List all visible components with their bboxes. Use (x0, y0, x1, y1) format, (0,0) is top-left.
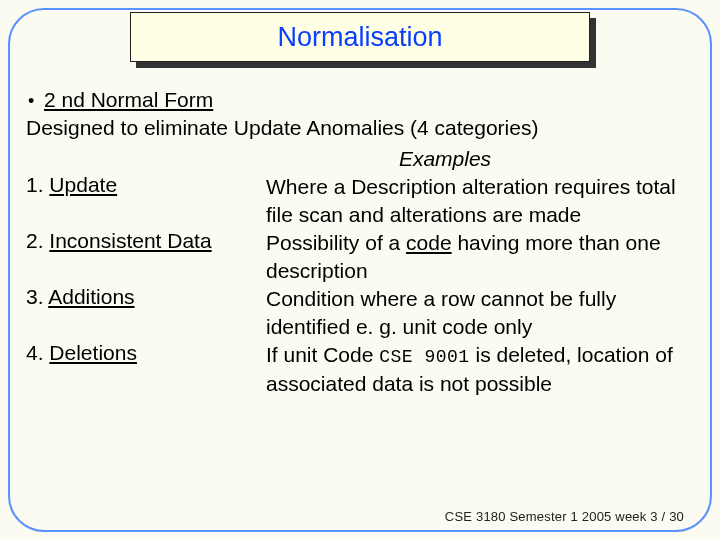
row-4-desc-pre: If unit Code (266, 343, 379, 366)
row-3-name: Additions (48, 285, 134, 308)
bullet-line: • 2 nd Normal Form (26, 86, 694, 114)
slide-body: • 2 nd Normal Form Designed to eliminate… (26, 86, 694, 397)
row-3-num: 3. (26, 285, 44, 308)
slide-title: Normalisation (277, 22, 442, 53)
row-4-name: Deletions (49, 341, 137, 364)
row-4-num: 4. (26, 341, 44, 364)
slide-footer: CSE 3180 Semester 1 2005 week 3 / 30 (445, 509, 684, 524)
row-2-num: 2. (26, 229, 44, 252)
examples-heading: Examples (196, 145, 694, 173)
row-1-name: Update (49, 173, 117, 196)
row-2-name: Inconsistent Data (49, 229, 211, 252)
row-4-code: CSE 9001 (379, 347, 469, 367)
row-4-desc: If unit Code CSE 9001 is deleted, locati… (266, 341, 694, 398)
row-1-desc: Where a Description alteration requires … (266, 173, 694, 229)
row-2-desc-pre: Possibility of a (266, 231, 406, 254)
row-1-label: 1. Update (26, 173, 262, 229)
intro-line: Designed to eliminate Update Anomalies (… (26, 114, 694, 142)
categories-table: 1. Update Where a Description alteration… (26, 173, 694, 397)
row-2-desc-ul: code (406, 231, 452, 254)
row-4-label: 4. Deletions (26, 341, 262, 398)
title-box: Normalisation (130, 12, 590, 62)
row-2-label: 2. Inconsistent Data (26, 229, 262, 285)
bullet-dot: • (26, 89, 44, 113)
title-container: Normalisation (130, 12, 590, 62)
bullet-text: 2 nd Normal Form (44, 86, 213, 114)
row-3-label: 3. Additions (26, 285, 262, 341)
row-2-desc: Possibility of a code having more than o… (266, 229, 694, 285)
row-1-num: 1. (26, 173, 44, 196)
row-3-desc: Condition where a row cannot be fully id… (266, 285, 694, 341)
